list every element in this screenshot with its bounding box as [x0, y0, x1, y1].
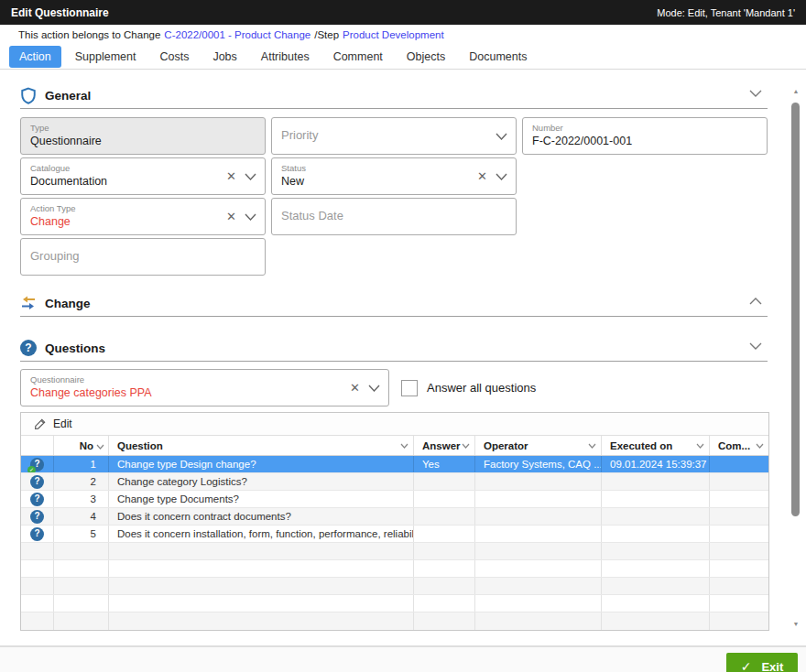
sort-chevron-icon[interactable] — [400, 443, 408, 449]
tab-comment[interactable]: Comment — [323, 46, 393, 68]
answer-all-label: Answer all questions — [427, 381, 536, 395]
check-icon: ✓ — [741, 659, 752, 672]
mode-tenant-label: Mode: Edit, Tenant 'Mandant 1' — [657, 7, 795, 18]
type-field: Type Questionnaire — [20, 117, 266, 155]
chevron-down-icon[interactable] — [749, 342, 762, 350]
exit-button[interactable]: ✓ Exit — [726, 653, 798, 672]
grid-spacer — [522, 198, 768, 235]
breadcrumb: This action belongs to Change C-2022/000… — [0, 25, 806, 45]
number-field-label: Number — [532, 123, 757, 134]
cell-executed-on — [602, 491, 710, 507]
header-question[interactable]: Question — [109, 436, 414, 455]
grouping-field[interactable]: Grouping — [20, 238, 266, 276]
section-questions-title: Questions — [45, 341, 105, 355]
chevron-down-icon[interactable] — [749, 90, 762, 97]
window-title: Edit Questionnaire — [11, 6, 109, 19]
cell-question: Change type Documents? — [109, 491, 414, 507]
questions-table: Edit No Question Answer — [20, 412, 769, 631]
status-date-field[interactable]: Status Date — [271, 198, 517, 235]
table-row[interactable]: ? 4 Does it concern contract documents? — [21, 508, 768, 526]
catalogue-field[interactable]: Catalogue Documentation ✕ — [20, 157, 266, 195]
section-general-title: General — [45, 89, 91, 103]
section-divider — [20, 108, 768, 109]
cell-operator — [475, 473, 602, 490]
tab-jobs[interactable]: Jobs — [202, 46, 246, 68]
tab-documents[interactable]: Documents — [459, 46, 537, 68]
chevron-down-icon[interactable] — [245, 173, 256, 180]
chevron-up-icon[interactable] — [749, 298, 762, 305]
sort-chevron-icon[interactable] — [96, 444, 104, 450]
cell-no: 2 — [54, 473, 109, 490]
questionnaire-field-value: Change categories PPA — [30, 385, 330, 400]
clear-icon[interactable]: ✕ — [226, 170, 236, 182]
tab-objects[interactable]: Objects — [397, 46, 455, 68]
chevron-down-icon[interactable] — [368, 385, 380, 392]
status-field-value: New — [281, 174, 457, 189]
cell-executed-on — [602, 473, 710, 490]
cell-operator: Factory Systems, CAQ ... — [475, 456, 602, 472]
grouping-placeholder: Grouping — [30, 249, 256, 265]
section-divider — [20, 361, 768, 362]
header-operator[interactable]: Operator — [475, 436, 602, 455]
sort-chevron-icon[interactable] — [696, 443, 704, 449]
header-comment[interactable]: Com... — [710, 436, 768, 455]
clear-icon[interactable]: ✕ — [226, 211, 236, 222]
answered-check-icon: ✓ — [27, 466, 36, 473]
pencil-icon[interactable] — [33, 417, 47, 431]
action-type-field[interactable]: Action Type Change ✕ — [20, 198, 266, 235]
shield-icon — [20, 87, 37, 104]
chevron-down-icon[interactable] — [496, 173, 507, 180]
tab-costs[interactable]: Costs — [149, 46, 199, 68]
table-row[interactable]: ? 5 Does it concern installation, form, … — [21, 526, 768, 543]
cell-comment — [710, 526, 768, 542]
sort-chevron-icon[interactable] — [462, 443, 470, 449]
chevron-down-icon[interactable] — [496, 133, 507, 140]
cell-comment — [710, 473, 768, 490]
question-circle-icon: ? — [20, 340, 37, 356]
header-icon-column — [21, 436, 54, 455]
section-divider — [20, 316, 768, 317]
priority-placeholder: Priority — [281, 128, 457, 144]
tab-action[interactable]: Action — [9, 46, 61, 68]
status-field[interactable]: Status New ✕ — [271, 157, 517, 195]
questionnaire-field[interactable]: Questionnaire Change categories PPA ✕ — [20, 369, 389, 406]
header-executed-on[interactable]: Executed on — [602, 436, 710, 455]
cell-no: 3 — [54, 491, 109, 507]
cell-executed-on — [602, 526, 710, 542]
scrollbar-thumb[interactable] — [791, 103, 800, 516]
clear-icon[interactable]: ✕ — [350, 382, 360, 394]
footer-bar: ✓ Exit — [0, 646, 806, 672]
tab-supplement[interactable]: Supplement — [65, 46, 147, 68]
cell-no: 1 — [54, 456, 109, 472]
table-row[interactable]: ? 3 Change type Documents? — [21, 491, 768, 508]
empty-table-row — [21, 578, 768, 595]
tab-bar: Action Supplement Costs Jobs Attributes … — [0, 45, 806, 70]
cell-question: Change type Design change? — [109, 456, 414, 472]
table-row[interactable]: ? ✓ 1 Change type Design change? Yes Fac… — [21, 456, 768, 473]
header-no[interactable]: No — [54, 436, 109, 455]
vertical-scrollbar[interactable]: ▲ ▼ — [790, 88, 801, 637]
edit-button[interactable]: Edit — [53, 417, 72, 430]
cell-no: 4 — [54, 508, 109, 525]
sort-chevron-icon[interactable] — [588, 443, 596, 449]
section-questions-header: ? Questions — [20, 337, 768, 359]
priority-field[interactable]: Priority — [271, 117, 517, 155]
empty-table-row — [21, 560, 768, 578]
answer-all-checkbox[interactable] — [401, 380, 418, 396]
scroll-down-arrow-icon[interactable]: ▼ — [790, 621, 801, 630]
breadcrumb-step-word: /Step — [314, 29, 339, 40]
status-field-label: Status — [281, 163, 457, 174]
clear-icon[interactable]: ✕ — [477, 170, 487, 182]
table-row[interactable]: ? 2 Change category Logistics? — [21, 473, 768, 491]
header-answer[interactable]: Answer — [414, 436, 475, 455]
scroll-up-arrow-icon[interactable]: ▲ — [790, 88, 801, 97]
change-link[interactable]: C-2022/0001 - Product Change — [164, 29, 310, 40]
cell-operator — [475, 526, 602, 542]
step-link[interactable]: Product Development — [343, 29, 444, 40]
chevron-down-icon[interactable] — [245, 213, 256, 221]
grid-spacer — [522, 157, 768, 195]
tab-attributes[interactable]: Attributes — [251, 46, 320, 68]
sort-chevron-icon[interactable] — [756, 443, 764, 449]
number-field[interactable]: Number F-C-2022/0001-001 — [522, 117, 768, 155]
swap-arrows-icon — [20, 296, 37, 310]
